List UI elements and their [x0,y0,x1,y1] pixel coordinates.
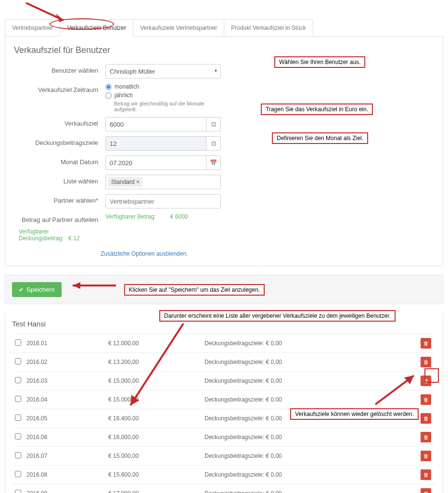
avail-margin-label: Verfügbarer Deckungsbeitrag: [19,228,67,242]
row-margin: Deckungsbeitragsziele: € 0,00 [205,359,419,365]
label-period: Verkaufsziel Zeitraum [14,83,105,93]
table-row: 2016.07€ 15.000,00Deckungsbeitragsziele:… [12,446,436,465]
table-row: 2016.01€ 12.000,00Deckungsbeitragsziele:… [12,334,436,352]
row-amount: € 12.000,00 [108,340,205,347]
tab-vertriebspartner[interactable]: Vertriebspartner [5,19,60,36]
row-amount: € 15.600,00 [108,471,205,478]
list-tag-standard[interactable]: Standard × [108,177,142,187]
trash-icon[interactable]: 🗑 [421,338,431,349]
radio-yearly-label: jährlich [115,92,133,99]
row-amount: € 15.000,00 [108,377,205,384]
currency-icon[interactable]: ⊡ [206,117,221,131]
margin-input[interactable] [105,136,206,151]
row-checkbox[interactable] [15,377,21,383]
row-amount: € 16.400,00 [108,415,205,422]
row-date: 2016.03 [26,377,108,384]
avail-margin-value: € 12 [68,235,79,242]
row-checkbox[interactable] [15,471,21,477]
row-margin: Deckungsbeitragsziele: € 0,00 [205,396,419,403]
month-input[interactable] [105,156,206,170]
row-margin: Deckungsbeitragsziele: € 0,00 [205,471,419,478]
row-date: 2016.01 [26,340,108,347]
row-margin: Deckungsbeitragsziele: € 0,00 [205,453,419,459]
row-date: 2016.08 [26,471,108,478]
row-amount: € 13.200,00 [108,359,205,365]
panel-title: Verkaufsziel für Benutzer [14,45,434,55]
label-user: Benutzer wählen [14,64,105,74]
label-target: Verkaufsziel [14,117,105,127]
table-row: 2016.08€ 15.600,00Deckungsbeitragsziele:… [12,465,436,484]
annotation-delete: Verkaufsziele können wieder gelöscht wer… [290,408,419,420]
row-amount: € 15.000,00 [108,453,205,459]
trash-icon[interactable]: 🗑 [421,451,431,461]
annotation-user: Wählen Sie Ihren Benutzer aus. [274,56,365,68]
row-margin: Deckungsbeitragsziele: € 0,00 [205,377,419,384]
table-row: 2016.09€ 17.000,00Deckungsbeitragsziele:… [12,484,436,493]
label-split: Betrag auf Partner aufteilen [14,213,105,223]
trash-icon[interactable]: 🗑 [421,357,431,367]
annotation-target: Tragen Sie das Verkaufsziel in Euro ein. [261,104,373,115]
row-date: 2016.02 [26,359,108,365]
table-row: 2016.06€ 16.000,00Deckungsbeitragsziele:… [12,428,436,446]
annotation-list: Darunter erscheint eine Liste aller verg… [159,310,396,322]
row-checkbox[interactable] [15,396,21,402]
table-row: 2016.03€ 15.000,00Deckungsbeitragsziele:… [12,371,436,390]
radio-yearly[interactable] [105,92,112,99]
row-checkbox[interactable] [15,415,21,421]
yearly-hint: Betrag wir gleichmäßig auf die Monate au… [114,101,221,112]
svg-marker-3 [73,282,80,289]
save-button[interactable]: ✔ Speichern [12,282,62,297]
tab-verkaufsziele-benutzer[interactable]: Verkaufsziele Benutzer [60,19,133,37]
calendar-icon[interactable]: 📅 [206,156,221,170]
row-margin: Deckungsbeitragsziele: € 0,00 [205,340,419,347]
hide-options-link[interactable]: Zusätzliche Optionen ausblenden. [101,250,434,257]
radio-monthly[interactable] [105,84,112,90]
trash-icon[interactable]: 🗑 [421,376,431,386]
row-date: 2016.07 [26,453,108,459]
row-margin: Deckungsbeitragsziele: € 0,00 [205,490,419,493]
currency-icon[interactable]: ⊡ [206,136,221,151]
save-label: Speichern [26,286,55,293]
row-checkbox[interactable] [15,433,21,440]
row-amount: € 15.000,00 [108,396,205,403]
trash-icon[interactable]: 🗑 [421,413,431,424]
avail-amount-value: € 6000 [170,213,188,220]
annotation-save: Klicken Sie auf "Speichern" um das Ziel … [124,284,265,296]
check-icon: ✔ [19,286,24,293]
row-date: 2016.05 [26,415,108,422]
trash-icon[interactable]: 🗑 [421,394,431,405]
row-margin: Deckungsbeitragsziele: € 0,00 [205,434,419,441]
partner-input[interactable] [105,194,221,208]
avail-amount-label: Verfügbarer Betrag: [105,213,156,220]
row-date: 2016.06 [26,434,108,441]
row-date: 2016.04 [26,396,108,403]
row-checkbox[interactable] [15,490,21,493]
user-select[interactable]: Christoph Müller [105,64,221,78]
table-row: 2016.04€ 15.000,00Deckungsbeitragsziele:… [12,390,436,409]
trash-icon[interactable]: 🗑 [421,432,431,442]
tab-produkt-verkaufsziel[interactable]: Produkt Verkaufsziel in Stück [224,19,313,36]
target-input[interactable] [105,117,206,131]
row-checkbox[interactable] [15,358,21,364]
label-list: Liste wählen [14,175,105,185]
trash-icon[interactable]: 🗑 [421,469,431,480]
row-amount: € 17.000,00 [108,490,205,493]
label-margin: Deckungsbeitragsziele [14,136,105,146]
label-month: Monat Datum [14,156,105,166]
row-amount: € 16.000,00 [108,434,205,441]
tab-verkaufsziele-vertriebspartner[interactable]: Verkaufsziele Vertriebspartner [133,19,224,36]
annotation-month: Definieren Sie den Monat als Ziel. [272,132,368,144]
trash-icon[interactable]: 🗑 [421,488,431,493]
row-checkbox[interactable] [15,339,21,346]
row-checkbox[interactable] [15,452,21,458]
radio-monthly-label: monatlich [115,83,139,90]
table-row: 2016.02€ 13.200,00Deckungsbeitragsziele:… [12,352,436,371]
label-partner: Partner wählen* [14,194,105,204]
svg-line-0 [26,3,64,20]
list-select[interactable]: Standard × [105,175,221,189]
row-date: 2016.09 [26,490,108,493]
